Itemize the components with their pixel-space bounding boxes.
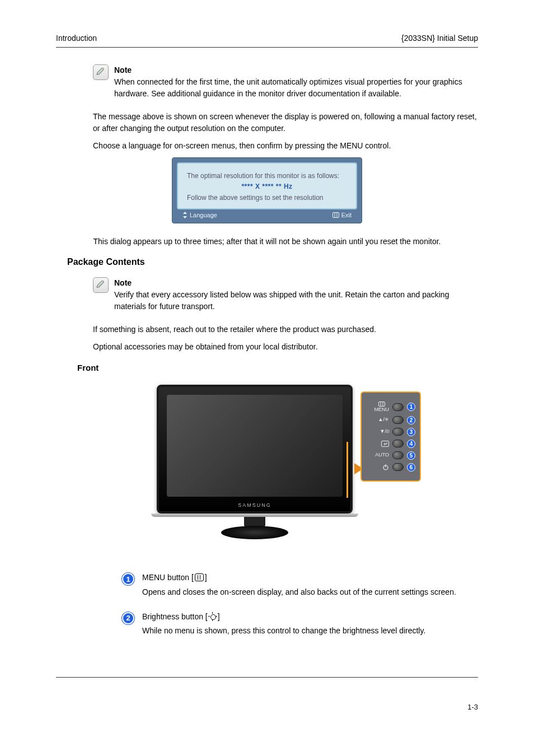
def-row-1: 1 MENU button [] Opens and closes the on… <box>122 572 478 598</box>
panel-badge-3: 3 <box>407 428 415 436</box>
section-title-package: Package Contents <box>67 257 478 267</box>
def-1-term-before: MENU button [ <box>142 573 194 582</box>
note-text-1: When connected for the first time, the u… <box>114 76 478 100</box>
page-number: 1-3 <box>467 703 478 711</box>
note-text-2: Verify that every accessory listed below… <box>114 289 478 312</box>
panel-button-4[interactable] <box>392 440 404 447</box>
panel-button-3[interactable] <box>392 428 404 436</box>
svg-rect-0 <box>332 213 339 218</box>
menu-tiny-icon <box>378 402 385 407</box>
panel-badge-4: 4 <box>407 440 415 448</box>
enter-icon <box>374 441 389 447</box>
sec1-p3: This dialog appears up to three times; a… <box>56 237 478 246</box>
osd-bar-right: Exit <box>341 212 352 218</box>
def-1-term-after: ] <box>205 573 207 582</box>
osd-bar-left: Language <box>190 212 217 218</box>
panel-badge-5: 5 <box>407 451 415 460</box>
panel-badge-2: 2 <box>407 416 415 424</box>
sec1-p1: The message above is shown on screen whe… <box>93 111 478 134</box>
def-2-term-after: ] <box>218 612 220 621</box>
panel-row-3: ▼/⎚ 3 <box>366 428 415 436</box>
panel-button-5[interactable] <box>392 451 404 459</box>
note-icon <box>93 64 109 80</box>
callout-bracket <box>346 442 348 498</box>
power-icon <box>374 464 389 470</box>
panel-label-1: MENU <box>374 407 390 412</box>
front-illustration: SAMSUNG MENU 1 ▲/✳ 2 ▼/⎚ <box>56 375 478 559</box>
panel-row-1: MENU 1 <box>366 402 415 412</box>
def-2-term-before: Brightness button [ <box>142 612 208 621</box>
note-block-1: Note When connected for the first time, … <box>93 64 478 100</box>
panel-label-5: AUTO <box>374 452 389 458</box>
panel-button-1[interactable] <box>392 403 404 411</box>
panel-row-6: 6 <box>366 463 415 472</box>
osd-line1: The optimal resolution for this monitor … <box>187 171 347 181</box>
panel-row-2: ▲/✳ 2 <box>366 416 415 424</box>
note-label-2: Note <box>114 277 478 289</box>
svg-rect-3 <box>378 402 385 407</box>
def-2-explain: While no menu is shown, press this contr… <box>142 625 425 637</box>
sec2-p1: If something is absent, reach out to the… <box>93 324 478 335</box>
panel-row-5: AUTO 5 <box>366 451 415 460</box>
note-icon <box>93 277 109 293</box>
def-num-1: 1 <box>122 573 134 585</box>
panel-label-2: ▲/✳ <box>374 417 389 422</box>
panel-row-4: 4 <box>366 440 415 448</box>
menu-icon <box>332 212 339 218</box>
panel-button-6[interactable] <box>392 463 404 471</box>
brand-label: SAMSUNG <box>159 502 350 508</box>
header-right: {2033SN} Initial Setup <box>401 34 478 43</box>
note-block-2: Note Verify that every accessory listed … <box>93 277 478 312</box>
updown-icon <box>182 212 188 218</box>
def-1-explain: Opens and closes the on-screen display, … <box>142 586 456 599</box>
def-row-2: 2 Brightness button [ ] While no menu is… <box>122 611 478 637</box>
header-left: Introduction <box>56 34 97 43</box>
note-label-1: Note <box>114 64 478 76</box>
sec2-p2: Optional accessories may be obtained fro… <box>93 341 478 353</box>
panel-badge-6: 6 <box>407 463 415 472</box>
subheading-front: Front <box>77 363 478 372</box>
top-rule <box>56 47 478 48</box>
osd-message: The optimal resolution for this monitor … <box>172 157 362 223</box>
panel-badge-1: 1 <box>407 403 415 411</box>
sun-icon <box>209 613 217 620</box>
bottom-rule <box>56 677 478 678</box>
osd-line2: Follow the above settings to set the res… <box>187 193 347 203</box>
panel-label-3: ▼/⎚ <box>374 429 389 434</box>
panel-button-2[interactable] <box>392 416 404 424</box>
button-panel: MENU 1 ▲/✳ 2 ▼/⎚ 3 4 <box>360 391 421 481</box>
sec1-p2: Choose a language for on-screen menus, t… <box>93 140 478 152</box>
def-num-2: 2 <box>122 612 134 624</box>
monitor-graphic: SAMSUNG <box>157 385 353 514</box>
menu-icon <box>195 573 204 581</box>
osd-resolution: **** X **** ** Hz <box>187 182 347 192</box>
